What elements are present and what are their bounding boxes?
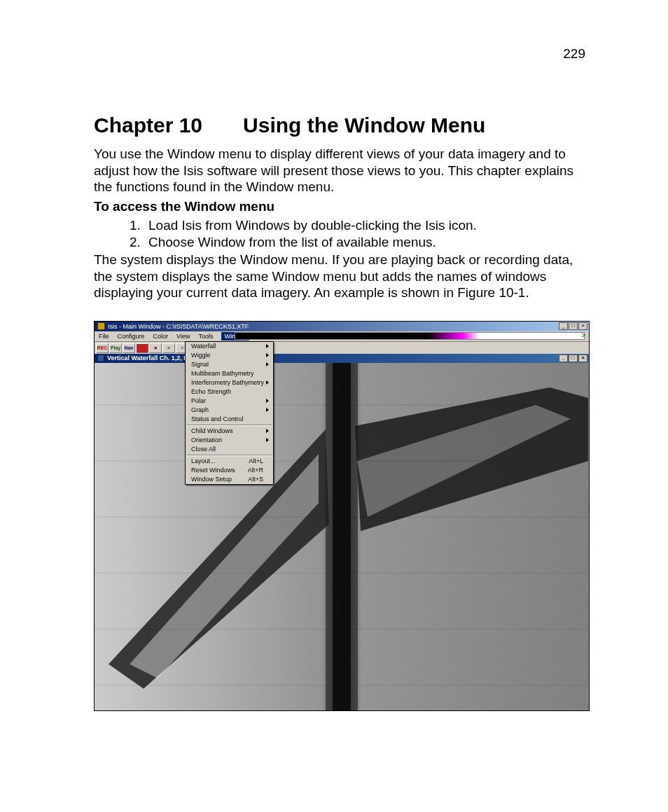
post-steps-paragraph: The system displays the Window menu. If …	[94, 252, 588, 301]
menu-item-label: Window Setup	[191, 476, 232, 483]
svg-rect-1	[333, 363, 351, 710]
minimize-button[interactable]: _	[559, 322, 568, 330]
child-window-controls: _ □ ×	[558, 355, 587, 362]
step-item: Choose Window from the list of available…	[144, 234, 588, 251]
toolbar-save-icon[interactable]: ■	[149, 343, 162, 353]
chapter-number: Chapter 10	[94, 113, 202, 137]
menu-item-reset-windows[interactable]: Reset Windows Alt+R	[186, 466, 273, 475]
menu-item-layout[interactable]: Layout... Alt+L	[186, 457, 273, 466]
main-title-text: Isis - Main Window - C:\ISISDATA\WRECKS1…	[108, 323, 249, 330]
app-main-window: Isis - Main Window - C:\ISISDATA\WRECKS1…	[95, 322, 589, 710]
menu-item-close-all[interactable]: Close All	[186, 445, 273, 454]
toolbar-record-icon[interactable]	[136, 343, 148, 353]
child-minimize-button[interactable]: _	[559, 355, 568, 362]
menu-item-waterfall[interactable]: Waterfall	[186, 342, 273, 351]
menu-separator	[187, 455, 272, 456]
menu-item-interferometry-bathymetry[interactable]: Interferometry Bathymetry	[186, 378, 273, 387]
page-number: 229	[563, 46, 585, 62]
menu-item-orientation[interactable]: Orientation	[186, 436, 273, 445]
menu-item-wiggle[interactable]: Wiggle	[186, 351, 273, 360]
toolbar-rec-button[interactable]: REC	[96, 343, 109, 353]
menu-file[interactable]: File	[99, 333, 109, 340]
menu-separator	[187, 425, 272, 426]
window-controls: _ □ ×	[558, 322, 587, 330]
menu-item-status-control[interactable]: Status and Control	[186, 415, 273, 424]
step-item: Load Isis from Windows by double-clickin…	[144, 217, 588, 234]
svg-rect-2	[326, 363, 333, 710]
intro-paragraph: You use the Window menu to display diffe…	[94, 146, 588, 195]
menu-item-shortcut: Alt+R	[248, 467, 263, 474]
chapter-heading: Chapter 10Using the Window Menu	[94, 113, 588, 137]
toolbar-nav-button[interactable]: Nav	[123, 343, 135, 353]
subheading: To access the Window menu	[94, 198, 588, 215]
menu-view[interactable]: View	[176, 333, 190, 340]
maximize-button[interactable]: □	[569, 322, 578, 330]
menu-item-multibeam-bathymetry[interactable]: Multibeam Bathymetry	[186, 369, 273, 378]
child-maximize-button[interactable]: □	[569, 355, 578, 362]
menu-item-window-setup[interactable]: Window Setup Alt+S	[186, 475, 273, 484]
menu-item-label: Reset Windows	[191, 467, 235, 474]
menu-item-graph[interactable]: Graph	[186, 406, 273, 415]
sonar-image	[95, 363, 589, 710]
main-titlebar: Isis - Main Window - C:\ISISDATA\WRECKS1…	[95, 322, 589, 331]
child-titlebar: Vertical Waterfall Ch. 1,2, Freq _ □ ×	[95, 354, 589, 363]
menu-item-shortcut: Alt+L	[249, 457, 263, 465]
child-window-icon	[97, 355, 104, 362]
toolbar-cut-icon[interactable]: ✕	[162, 343, 175, 353]
menu-item-polar[interactable]: Polar	[186, 397, 273, 406]
menu-item-signal[interactable]: Signal	[186, 360, 273, 369]
menu-item-child-windows[interactable]: Child Windows	[186, 427, 273, 436]
svg-rect-3	[351, 363, 358, 710]
menu-item-shortcut: Alt+S	[248, 476, 263, 483]
close-button[interactable]: ×	[578, 322, 587, 330]
figure-screenshot: Isis - Main Window - C:\ISISDATA\WRECKS1…	[94, 321, 590, 711]
window-menu-dropdown: Waterfall Wiggle Signal Multibeam Bathym…	[185, 341, 274, 485]
chapter-name: Using the Window Menu	[243, 113, 485, 137]
child-close-button[interactable]: ×	[578, 355, 587, 362]
child-title-text: Vertical Waterfall Ch. 1,2, Freq	[107, 355, 197, 362]
child-window: Vertical Waterfall Ch. 1,2, Freq _ □ ×	[95, 354, 589, 710]
app-icon	[97, 322, 105, 330]
steps-list: Load Isis from Windows by double-clickin…	[94, 217, 588, 250]
menu-item-echo-strength[interactable]: Echo Strength	[186, 387, 273, 397]
menu-configure[interactable]: Configure	[118, 333, 145, 340]
menu-tools[interactable]: Tools	[198, 333, 213, 340]
menu-item-label: Layout...	[191, 457, 216, 465]
menubar: File Configure Color View Tools Window H…	[95, 331, 589, 342]
menu-color[interactable]: Color	[153, 333, 169, 340]
toolbar-play-button[interactable]: Play	[109, 343, 122, 353]
color-palette-strip[interactable]	[235, 332, 585, 340]
